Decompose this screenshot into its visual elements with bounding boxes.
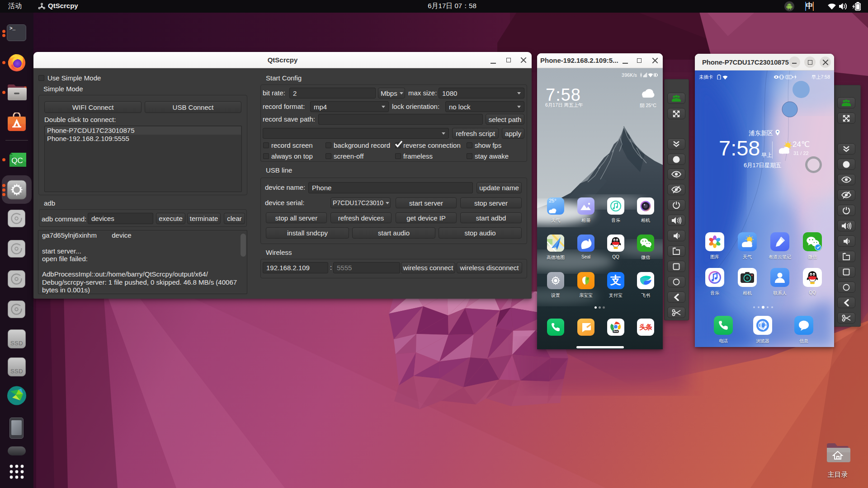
svg-text:Beta: Beta: [613, 330, 618, 333]
svg-text:QC: QC: [11, 156, 23, 165]
svg-text:90: 90: [787, 75, 790, 79]
